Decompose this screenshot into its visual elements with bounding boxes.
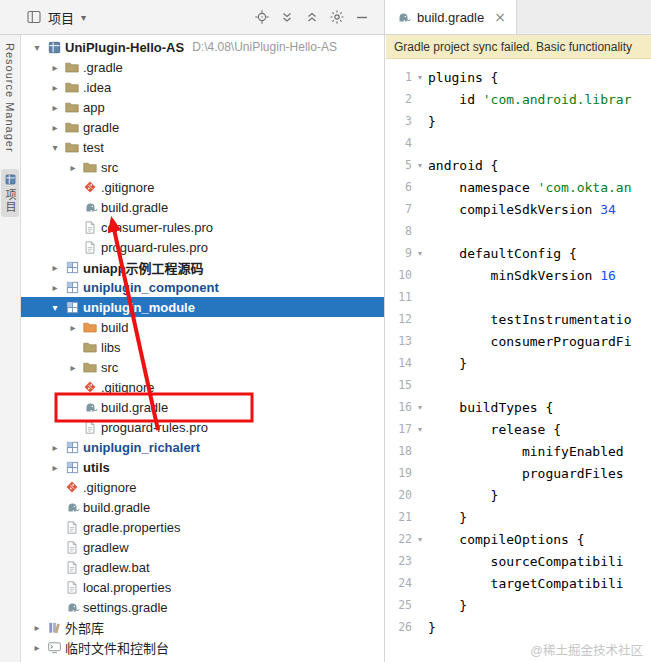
code-line-11: 11 <box>386 286 651 308</box>
chevron-right-icon[interactable]: ▸ <box>65 362 81 373</box>
line-number: 3 <box>386 114 412 128</box>
line-number: 13 <box>386 334 412 348</box>
code-line-17: 17▾ release { <box>386 418 651 440</box>
project-tool-window-icon <box>26 9 42 25</box>
strip-resource-manager[interactable]: Resource Manager <box>3 39 17 157</box>
code-text: consumerProguardFi <box>428 334 632 349</box>
tool-window-title[interactable]: 项目 <box>48 8 74 27</box>
tree-row-.gitignore[interactable]: .gitignore <box>21 477 384 497</box>
line-number: 15 <box>386 378 412 392</box>
chevron-right-icon[interactable]: ▸ <box>47 122 63 133</box>
tree-row-settings.gradle[interactable]: settings.gradle <box>21 597 384 617</box>
chevron-right-icon[interactable]: ▸ <box>47 442 63 453</box>
folder-icon <box>63 79 81 95</box>
code-line-15: 15 <box>386 374 651 396</box>
chevron-right-icon[interactable]: ▸ <box>47 282 63 293</box>
tree-row-.gradle[interactable]: ▸.gradle <box>21 57 384 77</box>
locate-icon[interactable] <box>254 9 270 25</box>
chevron-down-icon[interactable]: ▾ <box>47 302 63 313</box>
chevron-right-icon[interactable]: ▸ <box>47 82 63 93</box>
code-text: sourceCompatibili <box>428 554 624 569</box>
tree-row-libs[interactable]: libs <box>21 337 384 357</box>
tree-row-test[interactable]: ▾test <box>21 137 384 157</box>
fold-icon[interactable]: ▾ <box>412 161 428 170</box>
code-line-23: 23 sourceCompatibili <box>386 550 651 572</box>
collapse-all-icon[interactable] <box>304 9 320 25</box>
tree-row-uniplugin_component[interactable]: ▸uniplugin_component <box>21 277 384 297</box>
chevron-down-icon[interactable]: ▾ <box>47 142 63 153</box>
code-line-26: 26} <box>386 616 651 638</box>
tree-row-build[interactable]: ▸build <box>21 317 384 337</box>
editor[interactable]: Gradle project sync failed. Basic functi… <box>386 35 651 662</box>
line-number: 10 <box>386 268 412 282</box>
tree-row-build.gradle[interactable]: build.gradle <box>21 397 384 417</box>
fold-icon[interactable]: ▾ <box>412 535 428 544</box>
fold-icon[interactable]: ▾ <box>412 403 428 412</box>
tree-row-UniPlugin-Hello-AS[interactable]: ▾UniPlugin-Hello-ASD:\4.08\UniPlugin-Hel… <box>21 37 384 57</box>
fold-icon[interactable]: ▾ <box>412 249 428 258</box>
chevron-right-icon[interactable]: ▸ <box>47 102 63 113</box>
tree-row-proguard-rules.pro[interactable]: proguard-rules.pro <box>21 417 384 437</box>
code-line-20: 20 } <box>386 484 651 506</box>
tree-label: settings.gradle <box>83 600 168 615</box>
file-icon <box>63 540 81 555</box>
chevron-right-icon[interactable]: ▸ <box>29 642 45 653</box>
chevron-right-icon[interactable]: ▸ <box>47 262 63 273</box>
chevron-right-icon[interactable]: ▸ <box>65 162 81 173</box>
tree-row-gradlew[interactable]: gradlew <box>21 537 384 557</box>
line-number: 7 <box>386 202 412 216</box>
tree-label: build.gradle <box>101 200 168 215</box>
tree-row-build.gradle[interactable]: build.gradle <box>21 497 384 517</box>
tree-row-gradlew.bat[interactable]: gradlew.bat <box>21 557 384 577</box>
chevron-down-icon[interactable]: ▾ <box>81 12 86 23</box>
code-area[interactable]: 1▾plugins {2 id 'com.android.librar3}45▾… <box>386 59 651 638</box>
code-text: } <box>428 620 436 635</box>
tree-row-local.properties[interactable]: local.properties <box>21 577 384 597</box>
editor-tab-bar: build.gradle × <box>385 0 651 34</box>
file-icon <box>81 220 99 235</box>
code-text: targetCompatibili <box>428 576 624 591</box>
chevron-right-icon[interactable]: ▸ <box>29 622 45 633</box>
code-text: } <box>428 488 498 503</box>
tree-row-proguard-rules.pro[interactable]: proguard-rules.pro <box>21 237 384 257</box>
file-icon <box>63 520 81 535</box>
tree-row-gradle.properties[interactable]: gradle.properties <box>21 517 384 537</box>
close-icon[interactable]: × <box>494 10 506 24</box>
fold-icon[interactable]: ▾ <box>412 425 428 434</box>
sync-failed-banner[interactable]: Gradle project sync failed. Basic functi… <box>386 35 651 59</box>
expand-all-icon[interactable] <box>279 9 295 25</box>
fold-icon[interactable]: ▾ <box>412 73 428 82</box>
tree-row-app[interactable]: ▸app <box>21 97 384 117</box>
tree-row-consumer-rules.pro[interactable]: consumer-rules.pro <box>21 217 384 237</box>
chevron-down-icon[interactable]: ▾ <box>29 42 45 53</box>
tree-label: src <box>101 360 118 375</box>
tree-row-.gitignore[interactable]: .gitignore <box>21 377 384 397</box>
tree-row-外部库[interactable]: ▸外部库 <box>21 617 384 637</box>
tree-row-uniplugin_module[interactable]: ▾uniplugin_module <box>21 297 384 317</box>
tab-build-gradle[interactable]: build.gradle × <box>385 0 517 34</box>
hide-icon[interactable] <box>354 9 370 25</box>
tree-row-uniapp示例工程源码[interactable]: ▸uniapp示例工程源码 <box>21 257 384 277</box>
tree-row-gradle[interactable]: ▸gradle <box>21 117 384 137</box>
project-tree[interactable]: ▾UniPlugin-Hello-ASD:\4.08\UniPlugin-Hel… <box>21 35 385 662</box>
tree-row-.idea[interactable]: ▸.idea <box>21 77 384 97</box>
chevron-right-icon[interactable]: ▸ <box>47 62 63 73</box>
tree-row-src[interactable]: ▸src <box>21 157 384 177</box>
chevron-right-icon[interactable]: ▸ <box>47 462 63 473</box>
folder-icon <box>63 59 81 75</box>
code-line-16: 16▾ buildTypes { <box>386 396 651 418</box>
strip-project[interactable]: 项目 <box>1 169 19 217</box>
tree-row-uniplugin_richalert[interactable]: ▸uniplugin_richalert <box>21 437 384 457</box>
tree-label: .gitignore <box>101 180 154 195</box>
settings-icon[interactable] <box>329 9 345 25</box>
code-text: plugins { <box>428 70 498 85</box>
tree-row-.gitignore[interactable]: .gitignore <box>21 177 384 197</box>
line-number: 20 <box>386 488 412 502</box>
file-icon <box>63 580 81 595</box>
chevron-right-icon[interactable]: ▸ <box>65 322 81 333</box>
line-number: 8 <box>386 224 412 238</box>
tree-row-临时文件和控制台[interactable]: ▸临时文件和控制台 <box>21 637 384 657</box>
tree-row-src[interactable]: ▸src <box>21 357 384 377</box>
tree-row-build.gradle[interactable]: build.gradle <box>21 197 384 217</box>
tree-row-utils[interactable]: ▸utils <box>21 457 384 477</box>
